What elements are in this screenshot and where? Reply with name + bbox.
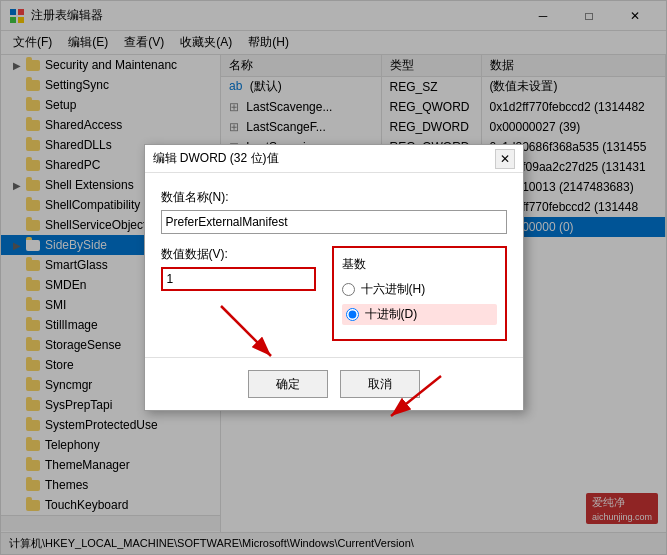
name-label: 数值名称(N): bbox=[161, 189, 507, 206]
dialog-close-button[interactable]: ✕ bbox=[495, 149, 515, 169]
value-section: 数值数据(V): bbox=[161, 246, 316, 341]
name-input[interactable] bbox=[161, 210, 507, 234]
dialog-overlay: 编辑 DWORD (32 位)值 ✕ 数值名称(N): 数值数据(V): 基数 bbox=[1, 1, 666, 554]
value-radix-row: 数值数据(V): 基数 十六进制(H) 十进制(D) bbox=[161, 246, 507, 341]
hex-radio-row: 十六进制(H) bbox=[342, 281, 497, 298]
hex-label: 十六进制(H) bbox=[361, 281, 426, 298]
main-window: 注册表编辑器 ─ □ ✕ 文件(F) 编辑(E) 查看(V) 收藏夹(A) 帮助… bbox=[0, 0, 667, 555]
hex-radio[interactable] bbox=[342, 283, 355, 296]
dialog-buttons: 确定 取消 bbox=[145, 357, 523, 410]
dialog-body: 数值名称(N): 数值数据(V): 基数 十六进制(H) bbox=[145, 173, 523, 357]
dec-label: 十进制(D) bbox=[365, 306, 418, 323]
cancel-button[interactable]: 取消 bbox=[340, 370, 420, 398]
dec-radio-row: 十进制(D) bbox=[342, 304, 497, 325]
value-input[interactable] bbox=[161, 267, 316, 291]
dec-radio[interactable] bbox=[346, 308, 359, 321]
dword-dialog: 编辑 DWORD (32 位)值 ✕ 数值名称(N): 数值数据(V): 基数 bbox=[144, 144, 524, 411]
value-label: 数值数据(V): bbox=[161, 246, 316, 263]
dialog-title: 编辑 DWORD (32 位)值 bbox=[153, 150, 279, 167]
dialog-title-bar: 编辑 DWORD (32 位)值 ✕ bbox=[145, 145, 523, 173]
radix-section: 基数 十六进制(H) 十进制(D) bbox=[332, 246, 507, 341]
ok-button[interactable]: 确定 bbox=[248, 370, 328, 398]
radix-title: 基数 bbox=[342, 256, 497, 273]
